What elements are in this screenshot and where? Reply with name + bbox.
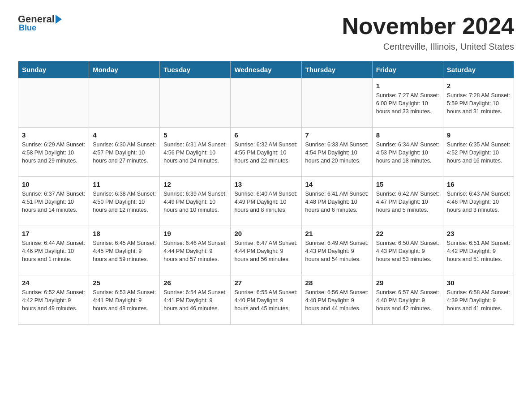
week-row-2: 10Sunrise: 6:37 AM Sunset: 4:51 PM Dayli… (18, 177, 514, 226)
day-number: 2 (447, 82, 510, 90)
day-info: Sunrise: 6:29 AM Sunset: 4:58 PM Dayligh… (22, 141, 85, 165)
day-cell: 27Sunrise: 6:55 AM Sunset: 4:40 PM Dayli… (231, 275, 301, 325)
day-cell: 21Sunrise: 6:49 AM Sunset: 4:43 PM Dayli… (301, 226, 372, 275)
day-number: 22 (376, 230, 439, 237)
day-cell: 15Sunrise: 6:42 AM Sunset: 4:47 PM Dayli… (372, 177, 443, 226)
day-cell: 17Sunrise: 6:44 AM Sunset: 4:46 PM Dayli… (18, 226, 89, 275)
day-number: 9 (447, 131, 510, 139)
day-number: 12 (163, 180, 227, 188)
day-info: Sunrise: 6:37 AM Sunset: 4:51 PM Dayligh… (22, 190, 85, 214)
day-info: Sunrise: 6:35 AM Sunset: 4:52 PM Dayligh… (447, 141, 510, 165)
day-info: Sunrise: 6:33 AM Sunset: 4:54 PM Dayligh… (305, 141, 369, 165)
calendar-title: November 2024 (342, 13, 514, 39)
day-info: Sunrise: 6:52 AM Sunset: 4:42 PM Dayligh… (22, 288, 85, 313)
day-cell: 9Sunrise: 6:35 AM Sunset: 4:52 PM Daylig… (443, 128, 514, 177)
day-cell: 25Sunrise: 6:53 AM Sunset: 4:41 PM Dayli… (89, 275, 160, 325)
week-row-1: 3Sunrise: 6:29 AM Sunset: 4:58 PM Daylig… (18, 128, 514, 177)
day-cell: 29Sunrise: 6:57 AM Sunset: 4:40 PM Dayli… (372, 275, 443, 325)
logo-blue-text: Blue (19, 23, 36, 33)
week-row-4: 24Sunrise: 6:52 AM Sunset: 4:42 PM Dayli… (18, 275, 514, 325)
title-area: November 2024 Centreville, Illinois, Uni… (342, 13, 514, 52)
header-friday: Friday (372, 61, 443, 78)
day-number: 24 (22, 279, 85, 287)
day-number: 19 (163, 230, 227, 237)
day-info: Sunrise: 6:57 AM Sunset: 4:40 PM Dayligh… (376, 288, 439, 313)
day-info: Sunrise: 6:31 AM Sunset: 4:56 PM Dayligh… (163, 141, 227, 165)
header-saturday: Saturday (443, 61, 514, 78)
day-cell: 22Sunrise: 6:50 AM Sunset: 4:43 PM Dayli… (372, 226, 443, 275)
header-thursday: Thursday (301, 61, 372, 78)
day-info: Sunrise: 6:30 AM Sunset: 4:57 PM Dayligh… (93, 141, 156, 165)
day-info: Sunrise: 6:41 AM Sunset: 4:48 PM Dayligh… (305, 190, 369, 214)
day-number: 30 (447, 279, 510, 287)
day-cell: 13Sunrise: 6:40 AM Sunset: 4:49 PM Dayli… (231, 177, 301, 226)
day-number: 1 (376, 82, 439, 90)
day-cell: 1Sunrise: 7:27 AM Sunset: 6:00 PM Daylig… (372, 78, 443, 128)
location-subtitle: Centreville, Illinois, United States (342, 42, 514, 52)
day-info: Sunrise: 6:49 AM Sunset: 4:43 PM Dayligh… (305, 239, 369, 263)
day-number: 14 (305, 180, 369, 188)
day-number: 25 (93, 279, 156, 287)
day-cell (231, 78, 301, 128)
day-info: Sunrise: 6:56 AM Sunset: 4:40 PM Dayligh… (305, 288, 369, 313)
day-cell: 23Sunrise: 6:51 AM Sunset: 4:42 PM Dayli… (443, 226, 514, 275)
day-info: Sunrise: 6:47 AM Sunset: 4:44 PM Dayligh… (234, 239, 297, 263)
day-cell: 16Sunrise: 6:43 AM Sunset: 4:46 PM Dayli… (443, 177, 514, 226)
day-number: 23 (447, 230, 510, 237)
day-number: 6 (234, 131, 297, 139)
header-monday: Monday (89, 61, 160, 78)
day-cell: 10Sunrise: 6:37 AM Sunset: 4:51 PM Dayli… (18, 177, 89, 226)
day-number: 17 (22, 230, 85, 237)
day-number: 11 (93, 180, 156, 188)
day-cell: 3Sunrise: 6:29 AM Sunset: 4:58 PM Daylig… (18, 128, 89, 177)
day-cell (18, 78, 89, 128)
day-info: Sunrise: 6:34 AM Sunset: 4:53 PM Dayligh… (376, 141, 439, 165)
logo: General Blue (18, 13, 63, 33)
header-sunday: Sunday (18, 61, 89, 78)
day-info: Sunrise: 6:32 AM Sunset: 4:55 PM Dayligh… (234, 141, 297, 165)
day-info: Sunrise: 6:39 AM Sunset: 4:49 PM Dayligh… (163, 190, 227, 214)
day-number: 13 (234, 180, 297, 188)
day-number: 27 (234, 279, 297, 287)
day-info: Sunrise: 6:53 AM Sunset: 4:41 PM Dayligh… (93, 288, 156, 313)
day-number: 26 (163, 279, 227, 287)
calendar-table: SundayMondayTuesdayWednesdayThursdayFrid… (18, 61, 514, 325)
day-info: Sunrise: 6:50 AM Sunset: 4:43 PM Dayligh… (376, 239, 439, 263)
day-cell: 20Sunrise: 6:47 AM Sunset: 4:44 PM Dayli… (231, 226, 301, 275)
day-number: 4 (93, 131, 156, 139)
day-number: 5 (163, 131, 227, 139)
day-cell: 7Sunrise: 6:33 AM Sunset: 4:54 PM Daylig… (301, 128, 372, 177)
day-cell (89, 78, 160, 128)
day-info: Sunrise: 6:46 AM Sunset: 4:44 PM Dayligh… (163, 239, 227, 263)
logo-triangle-icon (56, 15, 62, 24)
day-cell: 26Sunrise: 6:54 AM Sunset: 4:41 PM Dayli… (160, 275, 231, 325)
week-row-3: 17Sunrise: 6:44 AM Sunset: 4:46 PM Dayli… (18, 226, 514, 275)
day-number: 28 (305, 279, 369, 287)
day-cell: 2Sunrise: 7:28 AM Sunset: 5:59 PM Daylig… (443, 78, 514, 128)
day-info: Sunrise: 6:38 AM Sunset: 4:50 PM Dayligh… (93, 190, 156, 214)
day-cell: 28Sunrise: 6:56 AM Sunset: 4:40 PM Dayli… (301, 275, 372, 325)
day-info: Sunrise: 6:43 AM Sunset: 4:46 PM Dayligh… (447, 190, 510, 214)
day-number: 20 (234, 230, 297, 237)
day-cell: 24Sunrise: 6:52 AM Sunset: 4:42 PM Dayli… (18, 275, 89, 325)
day-info: Sunrise: 7:28 AM Sunset: 5:59 PM Dayligh… (447, 91, 510, 116)
day-cell: 30Sunrise: 6:58 AM Sunset: 4:39 PM Dayli… (443, 275, 514, 325)
day-cell: 18Sunrise: 6:45 AM Sunset: 4:45 PM Dayli… (89, 226, 160, 275)
day-number: 10 (22, 180, 85, 188)
day-number: 15 (376, 180, 439, 188)
calendar-header-row: SundayMondayTuesdayWednesdayThursdayFrid… (18, 61, 514, 78)
day-number: 7 (305, 131, 369, 139)
day-number: 16 (447, 180, 510, 188)
week-row-0: 1Sunrise: 7:27 AM Sunset: 6:00 PM Daylig… (18, 78, 514, 128)
day-number: 18 (93, 230, 156, 237)
day-cell (301, 78, 372, 128)
day-info: Sunrise: 6:42 AM Sunset: 4:47 PM Dayligh… (376, 190, 439, 214)
day-cell (160, 78, 231, 128)
day-cell: 19Sunrise: 6:46 AM Sunset: 4:44 PM Dayli… (160, 226, 231, 275)
day-number: 21 (305, 230, 369, 237)
day-info: Sunrise: 6:51 AM Sunset: 4:42 PM Dayligh… (447, 239, 510, 263)
day-cell: 11Sunrise: 6:38 AM Sunset: 4:50 PM Dayli… (89, 177, 160, 226)
day-info: Sunrise: 6:44 AM Sunset: 4:46 PM Dayligh… (22, 239, 85, 263)
day-cell: 12Sunrise: 6:39 AM Sunset: 4:49 PM Dayli… (160, 177, 231, 226)
day-info: Sunrise: 6:45 AM Sunset: 4:45 PM Dayligh… (93, 239, 156, 263)
